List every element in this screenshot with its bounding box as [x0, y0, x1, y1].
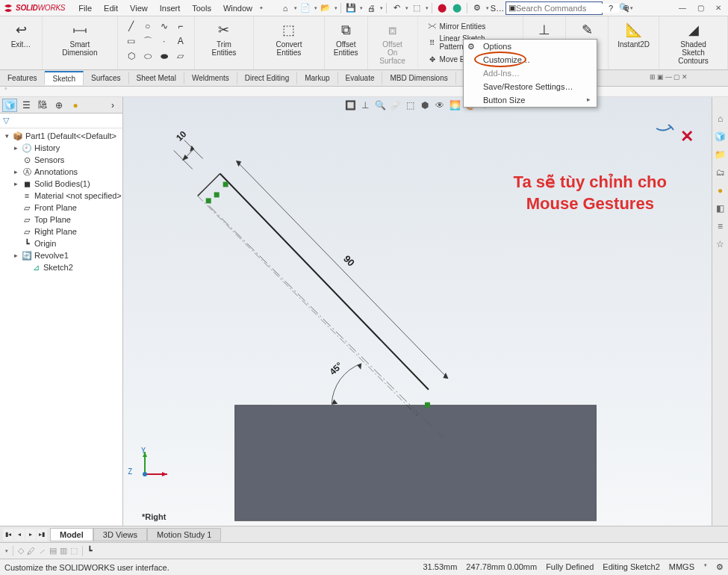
tab-nav-first-icon[interactable]: ▮◂ [3, 529, 13, 541]
doc-tile-icon[interactable]: ⊞ [650, 73, 656, 83]
bottom-tab-3dviews[interactable]: 3D Views [93, 528, 147, 541]
menu-insert[interactable]: Insert [154, 2, 187, 14]
help-icon[interactable]: ? [604, 1, 617, 15]
bt-icon2[interactable]: 🖊 [27, 547, 35, 556]
trim-entities-button[interactable]: ✂ Trim Entities [201, 19, 247, 58]
tab-direct-editing[interactable]: Direct Editing [237, 72, 297, 84]
dim-45[interactable]: 45° [328, 360, 345, 377]
bt-icon7[interactable]: ┗ [87, 546, 93, 556]
plane-icon[interactable]: ▱ [173, 49, 188, 63]
tab-evaluate[interactable]: Evaluate [338, 72, 383, 84]
panel-expand-icon[interactable]: › [105, 99, 120, 112]
zoom-area-icon[interactable]: ⊥ [358, 99, 372, 112]
search-commands[interactable]: ▣ 🔍▾ [505, 1, 603, 15]
close-icon[interactable]: ✕ [712, 2, 725, 14]
tree-front-plane[interactable]: ▱Front Plane [0, 202, 122, 214]
doc-maximize-icon[interactable]: ▢ [673, 73, 680, 83]
rebuild-icon[interactable]: ⬤ [435, 1, 449, 15]
view-orient-icon[interactable]: ⬚ [403, 99, 417, 112]
menu-file[interactable]: File [72, 2, 98, 14]
tab-sketch[interactable]: Sketch [45, 71, 84, 85]
doc-minimize-icon[interactable]: — [665, 73, 672, 83]
display-manager-tab-icon[interactable]: ● [68, 99, 83, 112]
menu-window[interactable]: Window [217, 2, 258, 14]
instant2d-button[interactable]: 📐 Instant2D [615, 19, 653, 50]
tree-root[interactable]: ▾ 📦 Part1 (Default<<Default> [0, 130, 122, 142]
feature-tree-tab-icon[interactable]: 🧊 [2, 99, 17, 112]
taskpane-file-explorer-icon[interactable]: 🗂 [714, 166, 727, 179]
tree-revolve1[interactable]: ▸🔄Revolve1 [0, 249, 122, 261]
menu-customize[interactable]: Customize… [464, 53, 597, 66]
tree-material[interactable]: ≡Material <not specified> [0, 190, 122, 202]
save-icon[interactable]: 💾 [344, 1, 358, 15]
zoom-fit-icon[interactable]: 🔲 [343, 99, 357, 112]
text-icon[interactable]: A [173, 34, 188, 48]
property-manager-tab-icon[interactable]: ☰ [19, 99, 34, 112]
line-icon[interactable]: ╱ [124, 19, 139, 33]
taskpane-design-lib-icon[interactable]: 📁 [714, 148, 727, 161]
display-style-icon[interactable]: ⬢ [418, 99, 432, 112]
config-manager-tab-icon[interactable]: 隐 [35, 99, 50, 112]
rect-icon[interactable]: ▭ [124, 34, 139, 48]
status-units[interactable]: MMGS [669, 562, 694, 572]
selection-filter-icon[interactable]: ▾ [5, 548, 8, 554]
section-icon[interactable]: 🩹 [388, 99, 402, 112]
taskpane-home-icon[interactable]: ⌂ [714, 112, 727, 125]
tree-history[interactable]: ▸🕘History [0, 142, 122, 154]
tree-annotations[interactable]: ▸ⒶAnnotations [0, 166, 122, 178]
tab-nav-last-icon[interactable]: ▸▮ [37, 529, 47, 541]
bottom-tab-motion[interactable]: Motion Study 1 [147, 528, 221, 541]
tab-nav-prev-icon[interactable]: ◂ [14, 529, 25, 541]
close-sketch-icon[interactable]: ✕ [680, 127, 694, 146]
dim-10[interactable]: 10 [174, 128, 189, 143]
tab-markup[interactable]: Markup [297, 72, 337, 84]
fillet-icon[interactable]: ⌐ [173, 19, 188, 33]
taskpane-resources-icon[interactable]: 🧊 [714, 130, 727, 143]
rebuild2-icon[interactable]: ⬤ [450, 1, 464, 15]
tree-solid-bodies[interactable]: ▸◼Solid Bodies(1) [0, 178, 122, 190]
sketch-relation-icon[interactable] [223, 181, 228, 187]
polygon-icon[interactable]: ⬡ [124, 49, 139, 63]
menu-tools[interactable]: Tools [186, 2, 217, 14]
bt-icon1[interactable]: ◇ [18, 546, 24, 556]
slot-icon[interactable]: ⬬ [157, 49, 172, 63]
tab-nav-next-icon[interactable]: ▸ [25, 529, 36, 541]
bt-icon3[interactable]: ⟋ [38, 547, 46, 556]
expand-icon[interactable]: ▾ [3, 132, 10, 140]
circle-icon[interactable]: ○ [140, 19, 155, 33]
taskpane-custom-props-icon[interactable]: ≡ [714, 220, 727, 233]
tree-origin[interactable]: ┗Origin [0, 237, 122, 249]
bt-icon6[interactable]: ⬚ [70, 546, 78, 556]
ellipse-icon[interactable]: ⬭ [140, 49, 155, 63]
status-units-drop-icon[interactable]: ▾ [704, 562, 707, 572]
tab-sheet-metal[interactable]: Sheet Metal [129, 72, 184, 84]
select-icon[interactable]: ⬚ [410, 1, 423, 15]
dim-90[interactable]: 90 [341, 253, 357, 269]
taskpane-appearance-icon[interactable]: ◧ [714, 202, 727, 215]
offset-entities-button[interactable]: ⧉ Offset Entities [331, 19, 361, 58]
smart-dimension-button[interactable]: Smart Dimension [49, 19, 111, 58]
point-icon[interactable]: · [157, 34, 172, 48]
menu-options[interactable]: ⚙ Options [464, 40, 597, 53]
sketch-relation-icon[interactable] [425, 402, 430, 408]
arc-icon[interactable]: ⌒ [140, 34, 155, 48]
maximize-icon[interactable]: ▢ [694, 2, 707, 14]
menu-view[interactable]: View [124, 2, 154, 14]
tab-mbd-dimensions[interactable]: MBD Dimensions [382, 72, 455, 84]
exit-sketch-button[interactable]: ↩ Exit… [6, 19, 36, 50]
spline-icon[interactable]: ∿ [157, 19, 172, 33]
new-icon[interactable]: 📄 [299, 1, 312, 15]
menu-button-size[interactable]: Button Size ▸ [464, 93, 597, 107]
status-gear-icon[interactable]: ⚙ [716, 562, 724, 572]
doc-close-icon[interactable]: ✕ [682, 73, 688, 83]
tree-top-plane[interactable]: ▱Top Plane [0, 214, 122, 226]
taskpane-view-palette-icon[interactable]: ● [714, 184, 727, 197]
home-icon[interactable]: ⌂ [279, 1, 292, 15]
sketch-relation-icon[interactable] [206, 198, 211, 203]
dimxpert-tab-icon[interactable]: ⊕ [52, 99, 66, 112]
simulation-icon[interactable]: S… [491, 1, 504, 15]
doc-cascade-icon[interactable]: ▣ [657, 73, 664, 83]
mirror-entities-button[interactable]: ⧽⧼Mirror Entities [424, 20, 517, 32]
tree-right-plane[interactable]: ▱Right Plane [0, 226, 122, 237]
menu-more-icon[interactable]: ✦ [259, 5, 264, 11]
